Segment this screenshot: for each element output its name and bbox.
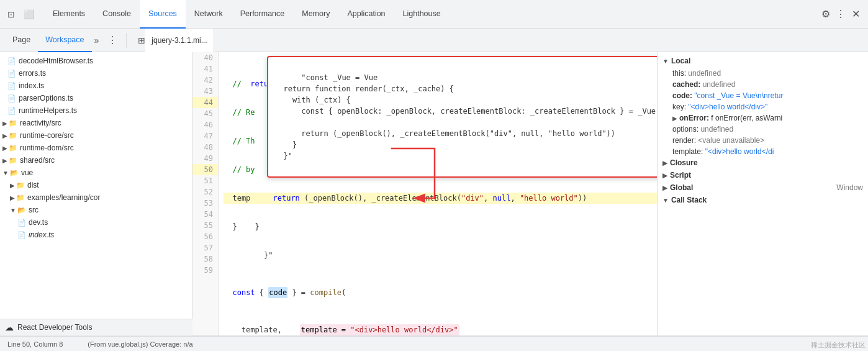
scope-val: undefined [700, 125, 733, 134]
scope-script-label: Script [670, 171, 691, 180]
sidebar-item-shared[interactable]: ▶ 📁 shared/src [0, 154, 192, 166]
ln-59: 59 [192, 265, 218, 276]
folder-icon: 📁 [16, 194, 25, 202]
sidebar-item-parserOptions[interactable]: 📄 parserOptions.ts [0, 92, 192, 104]
scope-callstack: ▼ Call Stack [658, 194, 868, 206]
code-span: code [268, 287, 287, 298]
sidebar-item-runtimeHelpers[interactable]: 📄 runtimeHelpers.ts [0, 104, 192, 117]
more-options-icon[interactable]: ⋮ [833, 7, 848, 22]
ln-48: 48 [192, 142, 218, 153]
sidebar-item-examples[interactable]: ▶ 📁 examples/learning/cor [0, 191, 192, 204]
sidebar-item-runtime-dom[interactable]: ▶ 📁 runtime-dom/src [0, 142, 192, 154]
file-tab-jquery[interactable]: jquery-3.1.1.mi... [145, 29, 214, 52]
scope-key: onError: [679, 114, 711, 122]
tab-performance[interactable]: Performance [232, 0, 294, 29]
sidebar-item-runtime-core[interactable]: ▶ 📁 runtime-core/src [0, 129, 192, 142]
scope-callstack-label: Call Stack [671, 196, 707, 204]
scope-key: options: [672, 125, 700, 134]
sidebar-item-dist[interactable]: ▶ 📁 dist [0, 179, 192, 191]
tab-sources[interactable]: Sources [140, 0, 186, 29]
tooltip-line3: with (_ctx) { [274, 96, 351, 104]
tooltip-line1: "const _Vue = Vue [301, 73, 377, 82]
inspect-icon[interactable]: ⊡ [5, 8, 17, 21]
sidebar-item-errors[interactable]: 📄 errors.ts [0, 67, 192, 80]
status-coverage: (From vue.global.js) Coverage: n/a [88, 340, 192, 348]
tooltip-line4: const { openBlock: _openBlock, createEle… [274, 107, 656, 116]
tab-console[interactable]: Console [94, 0, 140, 29]
tab-network[interactable]: Network [186, 0, 232, 29]
scope-val[interactable]: f onError(err, asWarni [711, 114, 782, 122]
react-devtools-label: React Developer Tools [17, 323, 93, 332]
sidebar-label: runtime-dom/src [20, 144, 74, 152]
code-line-44: temp return (_openBlock(), _createElemen… [224, 193, 657, 204]
tab-workspace[interactable]: Workspace [38, 29, 91, 52]
ln-54: 54 [192, 209, 218, 220]
line-numbers: 40 41 42 43 44 45 46 47 48 49 50 51 52 5… [192, 52, 219, 335]
sidebar-item-dev[interactable]: 📄 dev.ts [0, 216, 192, 229]
collapse-tri: ▶ [662, 160, 667, 166]
folder-icon: 📁 [9, 119, 17, 127]
scope-closure-label: Closure [670, 158, 698, 167]
ln-46: 46 [192, 119, 218, 130]
scope-row-cached: cached: undefined [658, 78, 868, 89]
scope-row-key: key: "<div>hello world</div>" [658, 101, 868, 112]
scope-closure-header[interactable]: ▶ Closure [658, 157, 868, 169]
tab-elements[interactable]: Elements [44, 0, 94, 29]
more-tabs-chevron[interactable]: » [92, 35, 102, 45]
second-bar-dots[interactable]: ⋮ [104, 34, 121, 46]
ln-42: 42 [192, 75, 218, 86]
scope-global-header[interactable]: ▶ Global Window [658, 181, 868, 194]
file-format-icon[interactable]: ⊞ [138, 35, 145, 45]
scope-val: <value unavailable> [698, 136, 764, 145]
settings-icon[interactable]: ⚙ [818, 7, 833, 22]
second-bar: Page Workspace » ⋮ ⊞ jquery-3.1.1.mi... [0, 29, 868, 52]
scope-callstack-header[interactable]: ▼ Call Stack [658, 194, 868, 206]
code-line-45: } } [224, 221, 657, 232]
tooltip-line2: return function render(_ctx, _cache) { [274, 84, 454, 93]
scope-key: this: [672, 69, 688, 78]
tab-lighthouse[interactable]: Lighthouse [394, 0, 450, 29]
code-editor: "const _Vue = Vue return function render… [192, 52, 657, 335]
collapse-tri: ▶ [662, 172, 667, 179]
scope-row-this: this: undefined [658, 67, 868, 78]
folder-icon: 📁 [9, 132, 17, 140]
expand-icon[interactable]: ▶ [672, 115, 677, 122]
sidebar-label: runtimeHelpers.ts [19, 106, 77, 115]
scope-key: template: [672, 147, 705, 156]
scope-window-label: Window [836, 183, 863, 192]
scope-local-header[interactable]: ▼ Local [658, 55, 868, 67]
collapse-tri: ▼ [662, 58, 669, 65]
sidebar-item-index-src[interactable]: 📄 index.ts [0, 229, 192, 241]
react-devtools-bar[interactable]: ☁ React Developer Tools [0, 319, 192, 335]
folder-icon-open: 📂 [17, 206, 26, 214]
tooltip-line6: return (_openBlock(), _createElementBloc… [274, 129, 615, 138]
code-span: // by [224, 164, 255, 175]
ln-49: 49 [192, 153, 218, 164]
file-icon-ts: 📄 [17, 231, 26, 239]
scope-key: render: [672, 136, 698, 145]
scope-script-header[interactable]: ▶ Script [658, 169, 868, 181]
sidebar-label: index.ts [29, 230, 54, 239]
sidebar-item-src[interactable]: ▼ 📂 src [0, 204, 192, 216]
code-span: { [255, 287, 269, 298]
device-icon[interactable]: ⬜ [21, 8, 37, 21]
scope-val: "<div>hello world</di [705, 147, 774, 156]
top-tab-bar: ⊡ ⬜ Elements Console Sources Network Per… [0, 0, 868, 29]
code-span: ( [341, 287, 346, 298]
scope-closure: ▶ Closure [658, 157, 868, 169]
ln-47: 47 [192, 130, 218, 142]
close-icon[interactable]: ✕ [848, 7, 863, 22]
sidebar-label: decodeHtmlBrowser.ts [19, 57, 93, 65]
sidebar-item-index-compiler[interactable]: 📄 index.ts [0, 80, 192, 92]
tab-application[interactable]: Application [338, 0, 394, 29]
sidebar-item-reactivity[interactable]: ▶ 📁 reactivity/src [0, 117, 192, 129]
react-devtools-icon: ☁ [5, 322, 14, 332]
code-span: const [232, 287, 255, 298]
sidebar-label: reactivity/src [20, 119, 61, 127]
tab-memory[interactable]: Memory [293, 0, 338, 29]
sidebar-item-decodeHtmlBrowser[interactable]: 📄 decodeHtmlBrowser.ts [0, 55, 192, 67]
tab-page[interactable]: Page [5, 29, 38, 52]
file-icon-ts: 📄 [7, 57, 16, 65]
sidebar-item-vue[interactable]: ▼ 📂 vue [0, 166, 192, 179]
file-icon-ts: 📄 [7, 82, 16, 90]
